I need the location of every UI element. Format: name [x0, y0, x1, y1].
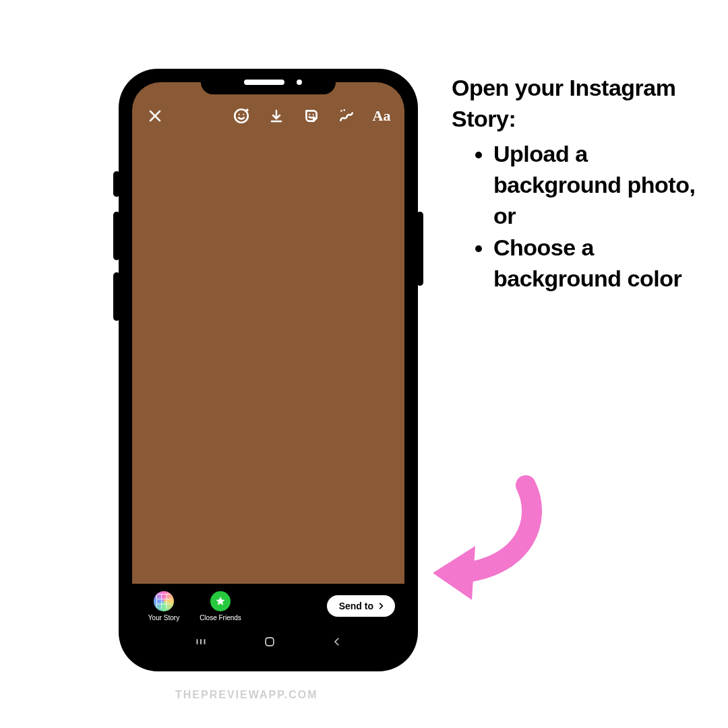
svg-point-2: [243, 114, 244, 115]
phone-power-button: [417, 212, 423, 286]
send-to-label: Send to: [339, 601, 373, 611]
svg-point-6: [343, 109, 345, 111]
instructions-heading: Open your Instagram Story:: [452, 73, 701, 135]
instructions-list: Upload a background photo, or Choose a b…: [452, 139, 701, 295]
phone-screen: Aa Your Story Close Friends Send to: [132, 82, 404, 658]
close-friends-button[interactable]: Close Friends: [198, 591, 243, 621]
instructions-bullet-2: Choose a background color: [493, 233, 701, 295]
svg-point-3: [309, 114, 310, 115]
android-nav-bar: [132, 628, 404, 658]
send-to-button[interactable]: Send to: [327, 595, 395, 617]
download-icon[interactable]: [266, 105, 287, 127]
story-top-toolbar: Aa: [132, 100, 404, 132]
phone-volume-up: [113, 212, 120, 260]
svg-point-4: [313, 114, 314, 115]
phone-camera: [297, 80, 302, 85]
close-icon[interactable]: [144, 105, 166, 127]
story-share-bar: Your Story Close Friends Send to: [132, 584, 404, 628]
draw-icon[interactable]: [336, 105, 357, 127]
instructions-text: Open your Instagram Story: Upload a back…: [452, 73, 701, 295]
effects-icon[interactable]: [231, 105, 252, 127]
android-back-icon[interactable]: [331, 636, 343, 650]
phone-speaker: [244, 80, 284, 85]
story-canvas[interactable]: Aa: [132, 82, 404, 584]
chevron-right-icon: [376, 601, 386, 611]
your-story-icon: [154, 591, 174, 611]
your-story-button[interactable]: Your Story: [142, 591, 186, 621]
phone-volume-down: [113, 272, 120, 321]
svg-point-1: [239, 114, 240, 115]
phone-side-button: [113, 171, 120, 197]
your-story-label: Your Story: [148, 614, 179, 621]
instruction-arrow-icon: [425, 472, 559, 607]
sticker-icon[interactable]: [301, 105, 322, 127]
close-friends-icon: [210, 591, 231, 611]
svg-rect-7: [266, 638, 274, 646]
android-home-icon[interactable]: [263, 635, 276, 651]
svg-point-0: [235, 109, 248, 123]
android-recents-icon[interactable]: [193, 634, 208, 652]
close-friends-label: Close Friends: [200, 614, 241, 621]
text-tool-icon[interactable]: Aa: [371, 105, 392, 127]
instructions-bullet-1: Upload a background photo, or: [493, 139, 701, 232]
phone-notch: [201, 70, 336, 94]
svg-point-5: [340, 110, 342, 112]
watermark: THEPREVIEWAPP.COM: [175, 689, 318, 701]
phone-mockup: Aa Your Story Close Friends Send to: [120, 70, 417, 670]
